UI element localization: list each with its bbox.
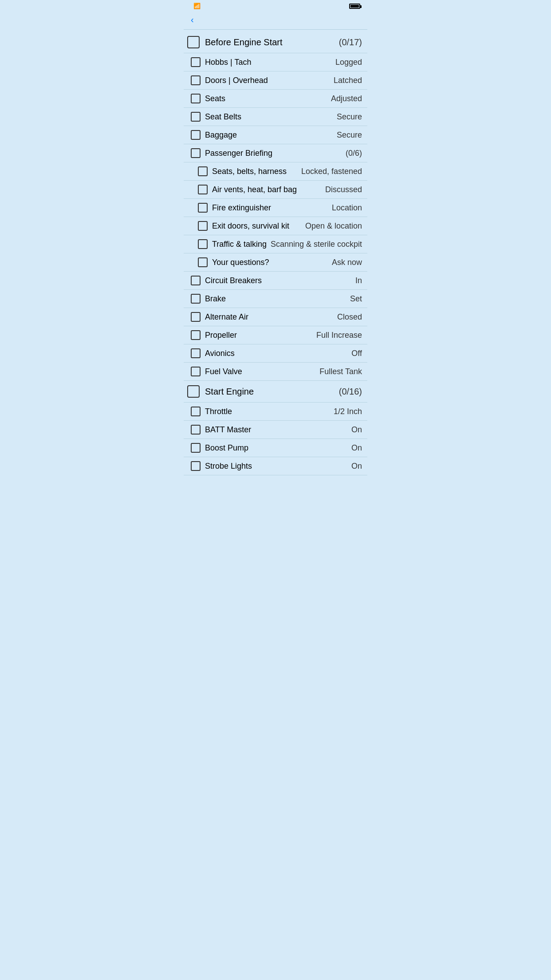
item-row-passenger-briefing[interactable]: Passenger Briefing (0/6) bbox=[184, 144, 367, 162]
item-row-avionics[interactable]: Avionics Off bbox=[184, 344, 367, 363]
item-row-brake[interactable]: Brake Set bbox=[184, 290, 367, 308]
item-label-passenger-briefing: Passenger Briefing bbox=[205, 149, 342, 158]
item-label-brake: Brake bbox=[205, 294, 346, 304]
checkbox-boost-pump[interactable] bbox=[191, 443, 201, 453]
checkbox-doors-overhead[interactable] bbox=[191, 75, 201, 85]
item-value-seat-belts: Secure bbox=[337, 112, 362, 122]
checkbox-propeller[interactable] bbox=[191, 330, 201, 340]
item-row-throttle[interactable]: Throttle 1/2 Inch bbox=[184, 403, 367, 421]
sub-item-row-traffic-talking[interactable]: Traffic & talking Scanning & sterile coc… bbox=[184, 235, 367, 253]
sub-item-row-exit-doors[interactable]: Exit doors, survival kit Open & location bbox=[184, 217, 367, 235]
item-value-fuel-valve: Fullest Tank bbox=[319, 367, 362, 376]
item-value-doors-overhead: Latched bbox=[334, 76, 362, 85]
item-label-fuel-valve: Fuel Valve bbox=[205, 367, 316, 376]
item-value-seats: Adjusted bbox=[331, 94, 362, 103]
checkbox-alternate-air[interactable] bbox=[191, 312, 201, 322]
checkbox-seat-belts[interactable] bbox=[191, 112, 201, 122]
nav-bar: ‹ bbox=[184, 11, 367, 30]
checkbox-circuit-breakers[interactable] bbox=[191, 276, 201, 285]
checkbox-hobbs-tach[interactable] bbox=[191, 57, 201, 67]
item-value-propeller: Full Increase bbox=[316, 331, 362, 340]
section-value-start-engine: (0/16) bbox=[339, 387, 362, 397]
section-label-before-engine-start: Before Engine Start bbox=[205, 37, 335, 47]
checkbox-brake[interactable] bbox=[191, 294, 201, 304]
item-label-fire-extinguisher: Fire extinguisher bbox=[212, 203, 328, 213]
item-label-your-questions: Your questions? bbox=[212, 258, 328, 267]
item-row-circuit-breakers[interactable]: Circuit Breakers In bbox=[184, 272, 367, 290]
item-label-circuit-breakers: Circuit Breakers bbox=[205, 276, 352, 285]
item-label-doors-overhead: Doors | Overhead bbox=[205, 76, 330, 85]
section-row-before-engine-start[interactable]: Before Engine Start (0/17) bbox=[184, 32, 367, 53]
item-row-strobe-lights[interactable]: Strobe Lights On bbox=[184, 457, 367, 475]
item-label-seats-belts-harness: Seats, belts, harness bbox=[212, 167, 298, 176]
status-battery bbox=[349, 4, 360, 9]
item-row-baggage[interactable]: Baggage Secure bbox=[184, 126, 367, 144]
checkbox-exit-doors[interactable] bbox=[198, 221, 208, 231]
checklist: Before Engine Start (0/17) Hobbs | Tach … bbox=[184, 30, 367, 477]
item-value-alternate-air: Closed bbox=[337, 312, 362, 322]
item-label-seats: Seats bbox=[205, 94, 327, 103]
item-label-boost-pump: Boost Pump bbox=[205, 443, 348, 453]
item-label-seat-belts: Seat Belts bbox=[205, 112, 333, 122]
wifi-icon: 📶 bbox=[193, 3, 201, 9]
chevron-left-icon: ‹ bbox=[191, 15, 194, 25]
checkbox-seats-belts-harness[interactable] bbox=[198, 166, 208, 176]
item-value-batt-master: On bbox=[351, 425, 362, 435]
item-label-avionics: Avionics bbox=[205, 349, 348, 358]
item-label-batt-master: BATT Master bbox=[205, 425, 348, 435]
item-row-boost-pump[interactable]: Boost Pump On bbox=[184, 439, 367, 457]
item-value-throttle: 1/2 Inch bbox=[334, 407, 362, 416]
checkbox-air-vents[interactable] bbox=[198, 185, 208, 194]
sub-item-row-air-vents[interactable]: Air vents, heat, barf bag Discussed bbox=[184, 181, 367, 199]
item-value-strobe-lights: On bbox=[351, 462, 362, 471]
item-value-boost-pump: On bbox=[351, 443, 362, 453]
back-button[interactable]: ‹ bbox=[191, 15, 196, 25]
checkbox-passenger-briefing[interactable] bbox=[191, 148, 201, 158]
status-bar: 📶 bbox=[184, 0, 367, 11]
item-row-propeller[interactable]: Propeller Full Increase bbox=[184, 326, 367, 344]
checkbox-avionics[interactable] bbox=[191, 348, 201, 358]
item-label-throttle: Throttle bbox=[205, 407, 330, 416]
item-label-exit-doors: Exit doors, survival kit bbox=[212, 221, 302, 231]
item-row-batt-master[interactable]: BATT Master On bbox=[184, 421, 367, 439]
item-value-passenger-briefing: (0/6) bbox=[346, 149, 362, 158]
item-label-strobe-lights: Strobe Lights bbox=[205, 462, 348, 471]
item-value-your-questions: Ask now bbox=[332, 258, 362, 267]
checkbox-baggage[interactable] bbox=[191, 130, 201, 140]
item-value-baggage: Secure bbox=[337, 130, 362, 140]
sub-item-row-seats-belts-harness[interactable]: Seats, belts, harness Locked, fastened bbox=[184, 162, 367, 181]
section-value-before-engine-start: (0/17) bbox=[339, 37, 362, 47]
item-label-hobbs-tach: Hobbs | Tach bbox=[205, 58, 332, 67]
sub-item-row-fire-extinguisher[interactable]: Fire extinguisher Location bbox=[184, 199, 367, 217]
item-label-traffic-talking: Traffic & talking bbox=[212, 240, 267, 249]
checkbox-throttle[interactable] bbox=[191, 407, 201, 416]
item-row-alternate-air[interactable]: Alternate Air Closed bbox=[184, 308, 367, 326]
item-value-brake: Set bbox=[350, 294, 362, 304]
section-checkbox-before-engine-start[interactable] bbox=[187, 36, 200, 48]
section-checkbox-start-engine[interactable] bbox=[187, 385, 200, 398]
checkbox-fuel-valve[interactable] bbox=[191, 367, 201, 376]
item-row-doors-overhead[interactable]: Doors | Overhead Latched bbox=[184, 71, 367, 90]
checkbox-strobe-lights[interactable] bbox=[191, 461, 201, 471]
item-row-seat-belts[interactable]: Seat Belts Secure bbox=[184, 108, 367, 126]
item-value-traffic-talking: Scanning & sterile cockpit bbox=[271, 240, 362, 249]
item-value-seats-belts-harness: Locked, fastened bbox=[301, 167, 362, 176]
item-value-exit-doors: Open & location bbox=[305, 221, 362, 231]
checkbox-fire-extinguisher[interactable] bbox=[198, 203, 208, 213]
item-label-propeller: Propeller bbox=[205, 331, 313, 340]
checkbox-batt-master[interactable] bbox=[191, 425, 201, 435]
status-carrier: 📶 bbox=[191, 3, 201, 9]
sub-item-row-your-questions[interactable]: Your questions? Ask now bbox=[184, 253, 367, 272]
item-row-fuel-valve[interactable]: Fuel Valve Fullest Tank bbox=[184, 363, 367, 381]
checkbox-traffic-talking[interactable] bbox=[198, 239, 208, 249]
item-value-air-vents: Discussed bbox=[325, 185, 362, 194]
item-label-alternate-air: Alternate Air bbox=[205, 312, 334, 322]
section-label-start-engine: Start Engine bbox=[205, 387, 335, 397]
item-row-seats[interactable]: Seats Adjusted bbox=[184, 90, 367, 108]
item-value-hobbs-tach: Logged bbox=[335, 58, 362, 67]
checkbox-seats[interactable] bbox=[191, 94, 201, 103]
item-row-hobbs-tach[interactable]: Hobbs | Tach Logged bbox=[184, 53, 367, 71]
section-row-start-engine[interactable]: Start Engine (0/16) bbox=[184, 381, 367, 403]
item-value-fire-extinguisher: Location bbox=[332, 203, 362, 213]
checkbox-your-questions[interactable] bbox=[198, 257, 208, 267]
